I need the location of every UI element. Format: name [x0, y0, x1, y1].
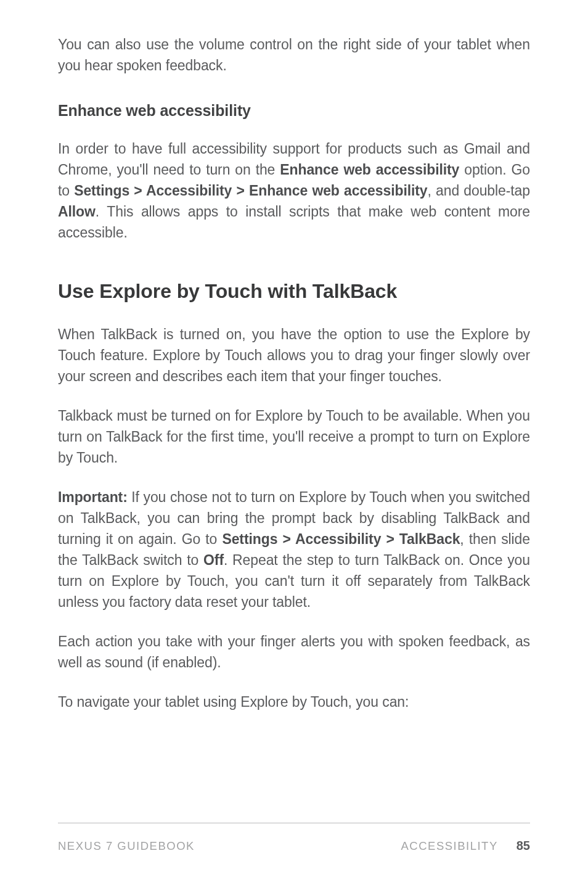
- bold-allow: Allow: [58, 204, 96, 220]
- page-footer: NEXUS 7 GUIDEBOOK ACCESSIBILITY 85: [58, 823, 530, 855]
- text-segment: . This allows apps to install scripts th…: [58, 204, 530, 241]
- bold-settings-talkback: Settings > Acces­sibility > TalkBack: [222, 531, 460, 547]
- bold-off: Off: [203, 552, 224, 568]
- action-paragraph: Each action you take with your finger al…: [58, 631, 530, 673]
- important-paragraph: Important: If you chose not to turn on E…: [58, 487, 530, 612]
- enhance-paragraph: In order to have full accessibility supp…: [58, 138, 530, 243]
- navigate-paragraph: To navigate your tablet using Explore by…: [58, 691, 530, 712]
- explore-paragraph-2: Talkback must be turned on for Explore b…: [58, 405, 530, 468]
- footer-line: NEXUS 7 GUIDEBOOK ACCESSIBILITY 85: [58, 837, 530, 855]
- explore-paragraph-1: When TalkBack is turned on, you have the…: [58, 324, 530, 387]
- text-segment: , and double-tap: [428, 183, 530, 199]
- footer-divider: [58, 823, 530, 823]
- footer-page-number: 85: [517, 837, 530, 855]
- footer-right-group: ACCESSIBILITY 85: [401, 837, 530, 855]
- heading-enhance-web-accessibility: Enhance web accessibility: [58, 99, 530, 122]
- intro-paragraph: You can also use the volume control on t…: [58, 34, 530, 76]
- footer-book-title: NEXUS 7 GUIDEBOOK: [58, 838, 195, 854]
- heading-explore-by-touch: Use Explore by Touch with TalkBack: [58, 277, 530, 306]
- footer-section-label: ACCESSIBILITY: [401, 838, 497, 854]
- bold-important: Important:: [58, 489, 128, 505]
- bold-enhance-option: Enhance web ac­cessibility: [280, 162, 459, 178]
- bold-settings-path: Settings > Accessibility > Enhance web a…: [74, 183, 427, 199]
